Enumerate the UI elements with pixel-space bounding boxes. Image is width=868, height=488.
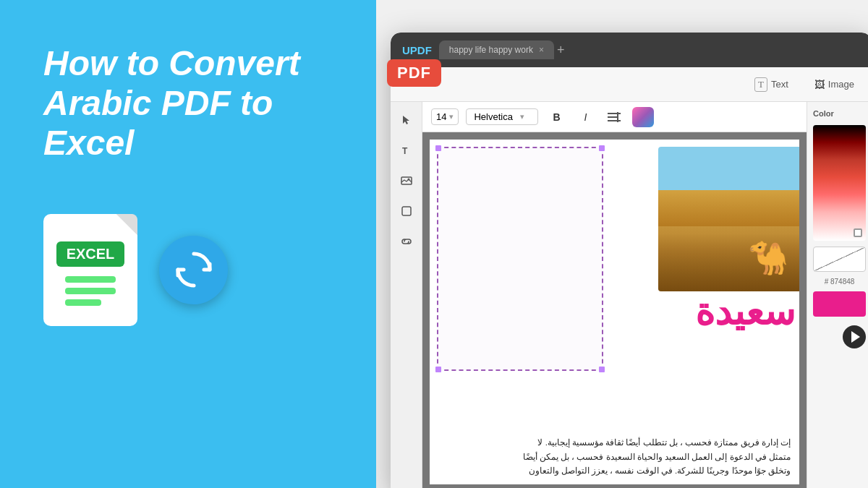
color-button[interactable] [632,107,654,127]
left-panel: How to Convert Arabic PDF to Excel EXCEL [0,0,376,488]
sidebar-image-icon[interactable] [396,170,417,192]
sidebar-text-icon[interactable]: T [396,140,417,161]
body-text-line2: متمثل في الدعوة إلى العمل السعيد والحياة… [438,450,791,465]
font-size-select[interactable]: 14 ▾ [431,108,459,125]
updf-logo: UPDF [402,44,432,56]
color-gradient-block[interactable] [813,125,866,241]
font-size-arrow: ▾ [449,112,454,121]
excel-file-icon: EXCEL [43,214,137,326]
bold-button[interactable]: B [545,107,567,127]
icons-row: EXCEL [43,214,228,326]
text-format-bar: 14 ▾ Helvetica ▾ B I [422,102,807,132]
right-panel: PDF UPDF happy life happy work × + T Tex… [376,0,868,488]
tab-add-button[interactable]: + [557,43,565,58]
tab-bar: happy life happy work × + [439,40,860,59]
color-diagonal-block[interactable] [813,247,866,272]
image-tool-label: Image [828,79,854,90]
content-area: T 14 ▾ [391,102,868,488]
pdf-content: 14 ▾ Helvetica ▾ B I [422,102,807,488]
text-tool-icon: T [754,77,767,92]
top-toolbar: T Text 🖼 Image [391,67,868,102]
image-tool-button[interactable]: 🖼 Image [809,76,860,93]
svg-point-2 [407,179,409,181]
svg-rect-3 [402,207,411,215]
sidebar-cursor-icon[interactable] [396,109,417,131]
font-family-value: Helvetica [474,111,512,122]
pdf-badge: PDF [387,59,441,87]
tab-title: happy life happy work [449,45,533,55]
selection-handle-tr[interactable] [599,145,605,151]
left-sidebar: T [391,102,422,488]
app-window: UPDF happy life happy work × + T Text 🖼 … [391,33,868,488]
title-bar: UPDF happy life happy work × + [391,33,868,67]
file-line-3 [65,299,101,306]
selection-handle-tl[interactable] [435,145,441,151]
sidebar-link-icon[interactable] [396,231,417,252]
svg-text:T: T [402,146,408,156]
image-tool-icon: 🖼 [814,79,825,90]
sync-icon [159,236,228,304]
selection-handle-br[interactable] [599,367,605,372]
color-white-indicator [854,228,862,237]
text-tool-label: Text [771,79,788,90]
page-title: How to Convert Arabic PDF to Excel [43,43,300,163]
font-size-value: 14 [436,111,446,122]
sidebar-shape-icon[interactable] [396,200,417,222]
file-line-1 [65,276,116,283]
color-panel: Color # 874848 [807,102,868,488]
body-text-line3: وتخلق جوًا موحدًا وجرينًا للشركة. في الو… [438,464,791,479]
tab-item[interactable]: happy life happy work × [439,40,554,59]
italic-button[interactable]: I [574,107,596,127]
pdf-body-text: إت إدارة فريق ممتازة فحسب ، بل تتطلب أيض… [430,430,799,484]
sync-svg [172,248,216,291]
desert-image [658,147,799,291]
pdf-page: عملسعيد ،حياةسعيدة إت إدا [422,132,807,488]
font-family-arrow: ▾ [520,112,524,121]
color-panel-title: Color [813,109,866,118]
play-triangle-icon [851,331,860,343]
desert-placeholder [658,147,799,291]
toolbar-right: T Text 🖼 Image [749,74,860,95]
page-inner: عملسعيد ،حياةسعيدة إت إدا [430,140,799,484]
text-tool-button[interactable]: T Text [749,74,794,95]
play-button[interactable] [843,325,866,348]
file-lines [65,276,116,306]
file-line-2 [65,288,116,294]
selection-handle-bl[interactable] [435,367,441,372]
align-button[interactable] [603,107,625,127]
tab-close-button[interactable]: × [539,45,544,55]
color-hex-value: # 874848 [813,278,866,286]
color-swatch-pink[interactable] [813,291,866,317]
font-family-select[interactable]: Helvetica ▾ [466,108,538,125]
body-text-line1: إت إدارة فريق ممتازة فحسب ، بل تتطلب أيض… [438,436,791,450]
excel-badge: EXCEL [56,241,125,267]
